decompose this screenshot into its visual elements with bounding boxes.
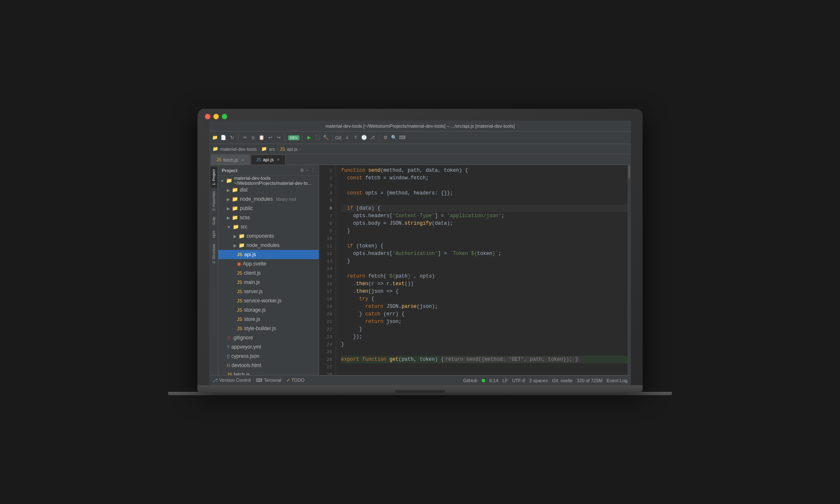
tree-item-appveyor[interactable]: Y appveyor.yml xyxy=(218,342,319,352)
code-line-11: if (token) { xyxy=(341,242,627,250)
tree-item-scss[interactable]: ▶ 📁 scss xyxy=(218,213,319,222)
breadcrumb-file-icon: JS xyxy=(280,147,285,152)
tree-item-fetch[interactable]: JS fetch.js xyxy=(218,370,319,375)
fetch-js-label: fetch.js xyxy=(234,372,250,375)
sidebar-tab-structure[interactable]: 2: Structure xyxy=(210,242,217,266)
event-log[interactable]: Event Log xyxy=(606,378,627,383)
devtools-label: devtools.html xyxy=(231,362,261,368)
tree-item-public[interactable]: ▶ 📁 public xyxy=(218,204,319,213)
tree-item-sw[interactable]: JS service-worker.js xyxy=(218,296,319,305)
sidebar-tab-npm[interactable]: npm xyxy=(210,228,217,241)
close-button[interactable] xyxy=(205,114,210,119)
tree-item-client[interactable]: JS client.js xyxy=(218,268,319,278)
tree-item-src[interactable]: ▼ 📁 src xyxy=(218,222,319,231)
terminal-icon[interactable]: ⌨ xyxy=(399,134,406,141)
search-icon[interactable]: 🔍 xyxy=(391,134,397,141)
indent-status[interactable]: 2 spaces xyxy=(529,378,548,383)
title-bar: material-dev-tools [~/WebstormProjects/m… xyxy=(209,121,631,131)
tree-item-node-modules-root[interactable]: ▶ 📁 node_modules library root xyxy=(218,194,319,204)
tree-root[interactable]: ▼ 📁 material-dev-tools ~/WebstormProject… xyxy=(218,176,319,185)
tree-settings-icon[interactable]: ⚙ xyxy=(300,168,304,173)
maximize-button[interactable] xyxy=(222,114,227,119)
server-js-label: server.js xyxy=(244,289,263,294)
tab-fetch-close[interactable]: ✕ xyxy=(241,158,244,162)
gitignore-label: .gitignore xyxy=(232,335,253,341)
tree-item-devtools[interactable]: H devtools.html xyxy=(218,361,319,370)
todo-label: TODO xyxy=(291,378,305,383)
tree-item-server[interactable]: JS server.js xyxy=(218,287,319,296)
settings-icon[interactable]: ⚙ xyxy=(382,134,389,141)
redo-icon[interactable]: ↪ xyxy=(275,134,282,141)
paste-icon[interactable]: 📋 xyxy=(258,134,265,141)
tree-item-storage[interactable]: JS storage.js xyxy=(218,305,319,315)
version-control-tab[interactable]: ⎇ Version Control xyxy=(213,378,251,383)
git-history-icon[interactable]: 🕐 xyxy=(361,134,368,141)
build-icon[interactable]: 🔨 xyxy=(323,134,329,141)
git-push-icon[interactable]: ⇑ xyxy=(352,134,359,141)
public-folder-icon: 📁 xyxy=(232,205,238,211)
code-line-22: } xyxy=(341,326,627,333)
tree-item-style-builder[interactable]: JS style-builder.js xyxy=(218,324,319,333)
scrollbar-track[interactable] xyxy=(627,165,631,375)
code-line-12: opts.headers['Authorization'] = `Token $… xyxy=(341,250,627,257)
tab-api-close[interactable]: ✕ xyxy=(277,158,280,162)
todo-tab[interactable]: ✓ TODO xyxy=(286,378,304,383)
stop-icon[interactable]: ⬛ xyxy=(314,134,321,141)
run-icon[interactable]: ▶ xyxy=(306,134,312,141)
tree-collapse-icon[interactable]: − xyxy=(306,168,309,173)
code-line-7: opts.headers['Content-Type'] = 'applicat… xyxy=(341,212,627,220)
src-nm-label: node_modules xyxy=(247,242,280,248)
encoding-status[interactable]: UTF-8 xyxy=(512,378,525,383)
sw-js-icon: JS xyxy=(237,298,242,303)
git-branch-status[interactable]: Git: svelte xyxy=(552,378,572,383)
tree-item-store[interactable]: JS store.js xyxy=(218,315,319,324)
app-svelte-label: App.svelte xyxy=(243,261,266,267)
breadcrumb-file[interactable]: api.js xyxy=(287,147,298,152)
tree-item-src-node-modules[interactable]: ▶ 📁 node_modules xyxy=(218,241,319,250)
public-label: public xyxy=(240,205,253,211)
run-config-badge[interactable]: DEV xyxy=(288,135,299,140)
git-branch-icon[interactable]: ⎇ xyxy=(369,134,376,141)
minimize-button[interactable] xyxy=(213,114,219,119)
cut-icon[interactable]: ✂ xyxy=(242,134,248,141)
scss-folder-icon: 📁 xyxy=(232,215,238,220)
tab-fetch[interactable]: JS fetch.js ✕ xyxy=(211,155,250,165)
breadcrumb-root[interactable]: material-dev-tools xyxy=(220,147,257,152)
code-line-8: opts.body = JSON.stringify(data); xyxy=(341,220,627,227)
vc-label: Version Control xyxy=(219,378,251,383)
undo-icon[interactable]: ↩ xyxy=(267,134,273,141)
code-line-2: const fetch = window.fetch; xyxy=(341,174,627,182)
sidebar-tab-gulp[interactable]: Gulp xyxy=(210,214,217,227)
comp-label: components xyxy=(247,233,274,239)
tree-item-api[interactable]: JS api.js xyxy=(218,250,319,259)
code-line-9: } xyxy=(341,227,627,235)
refresh-icon[interactable]: ↻ xyxy=(228,134,235,141)
cypress-json-icon: {} xyxy=(227,354,230,359)
position-status[interactable]: 6:14 xyxy=(489,378,498,383)
code-editor[interactable]: 1 2 3 4 5 6 7 8 9 10 xyxy=(319,165,631,375)
tree-item-gitignore[interactable]: ⬡ .gitignore xyxy=(218,333,319,342)
tree-more-icon[interactable]: ⋮ xyxy=(311,168,315,173)
tree-item-cypress[interactable]: {} cypress.json xyxy=(218,352,319,361)
html-file-icon: H xyxy=(227,363,230,368)
git-update-icon[interactable]: ⇓ xyxy=(344,134,351,141)
breadcrumb-src[interactable]: src xyxy=(269,147,275,152)
sidebar-tab-favorites[interactable]: 2: Favorites xyxy=(210,189,217,213)
new-file-icon[interactable]: 📄 xyxy=(220,134,227,141)
tab-api[interactable]: JS api.js ✕ xyxy=(251,155,286,165)
breadcrumb-sep2: › xyxy=(277,147,278,151)
screen-content: material-dev-tools [~/WebstormProjects/m… xyxy=(209,121,631,385)
code-lines[interactable]: function send(method, path, data, token)… xyxy=(336,165,627,375)
sidebar-tab-project[interactable]: 1: Project xyxy=(210,167,217,188)
lf-status: LF xyxy=(502,378,508,383)
tree-item-app-svelte[interactable]: ◉ App.svelte xyxy=(218,259,319,268)
client-js-icon: JS xyxy=(237,270,242,276)
tree-item-dist[interactable]: ▶ 📁 dist xyxy=(218,185,319,194)
github-status[interactable]: GitHub xyxy=(463,378,478,383)
tree-item-components[interactable]: ▶ 📁 components xyxy=(218,231,319,241)
sidebar-vertical-tabs: 1: Project 2: Favorites Gulp npm 2: Stru… xyxy=(209,165,218,375)
terminal-tab[interactable]: ⌨ Terminal xyxy=(256,378,281,383)
tree-root-label: material-dev-tools ~/WebstormProjects/ma… xyxy=(234,176,319,186)
copy-icon[interactable]: ⎘ xyxy=(250,134,257,141)
tree-item-main[interactable]: JS main.js xyxy=(218,278,319,287)
